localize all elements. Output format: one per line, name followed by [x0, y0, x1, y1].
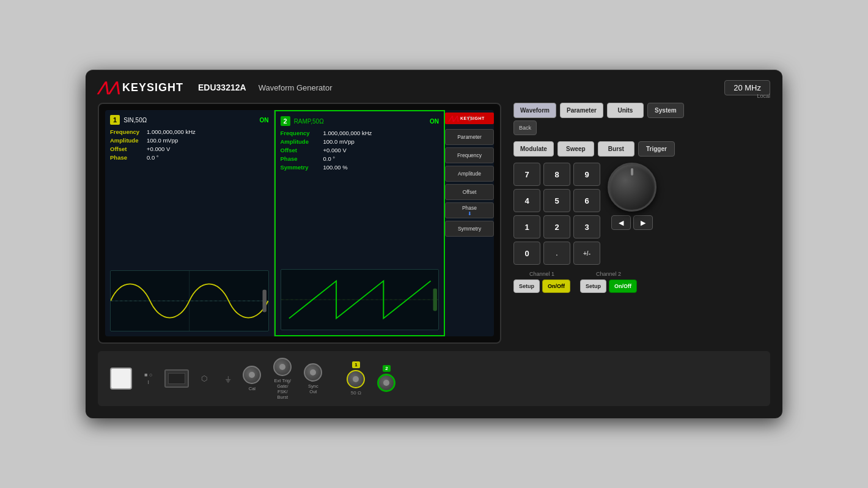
channel-1-panel: 1 SIN,50Ω ON Frequency 1.000,000,000 kHz… [105, 110, 274, 336]
ext-trig-connector-group: Ext Trig/Gate/FSK/Burst [273, 358, 292, 400]
ch2-onoff-btn[interactable]: On/Off [609, 279, 637, 293]
keypad-area: 7 8 9 4 5 6 1 2 3 0 . +/- [513, 163, 770, 265]
modulate-btn[interactable]: Modulate [513, 141, 554, 157]
key-6[interactable]: 6 [573, 189, 600, 212]
ch2-param-frequency: Frequency 1.000,000,000 kHz [281, 130, 440, 136]
ch2-control-group: Channel 2 Setup On/Off [580, 271, 637, 293]
knob-area: ◀ ▶ [608, 163, 657, 265]
nav-arrows: ◀ ▶ [611, 215, 653, 230]
ch2-setup-btn[interactable]: Setup [580, 279, 606, 293]
cal-bnc [243, 366, 261, 384]
ch1-ohm-label: 50 Ω [351, 390, 361, 396]
logo-icon: ⋀⋀ [98, 79, 120, 95]
menu-btn-amplitude[interactable]: Amplitude [445, 166, 494, 182]
io-indicator: ■ ○ I [144, 372, 152, 385]
model-desc: Waveform Generator [259, 83, 333, 92]
ch1-control-label: Channel 1 [529, 271, 554, 277]
instrument-body: ⋀⋀ KEYSIGHT EDU33212A Waveform Generator… [86, 70, 782, 418]
top-buttons-row: Waveform Parameter Units System [513, 103, 770, 118]
phase-arrow-icon: ⬇ [468, 211, 472, 216]
ch1-header: 1 SIN,50Ω ON [110, 115, 269, 125]
ch1-type: SIN,50Ω [123, 117, 259, 124]
system-btn[interactable]: System [647, 103, 684, 118]
ch1-param-phase: Phase 0.0 ° [110, 154, 269, 161]
ch1-control-group: Channel 1 Setup On/Off [513, 271, 570, 293]
ch2-header: 2 RAMP,50Ω ON [281, 116, 440, 126]
channel-2-panel: 2 RAMP,50Ω ON Frequency 1.000,000,000 kH… [274, 110, 446, 336]
bottom-panel: ■ ○ I ⬡ ⏚ Cal Ext Trig/Gate/FSK/Burst [98, 351, 770, 406]
ch1-output-bnc [347, 370, 365, 388]
key-1[interactable]: 1 [513, 215, 540, 238]
ch1-status: ON [260, 117, 269, 124]
parameter-btn[interactable]: Parameter [560, 103, 603, 118]
key-4[interactable]: 4 [513, 189, 540, 212]
ch2-output-bnc [377, 374, 395, 392]
menu-btn-phase[interactable]: Phase ⬇ [445, 202, 494, 218]
menu-btn-offset[interactable]: Offset [445, 184, 494, 200]
rotary-knob[interactable] [608, 163, 657, 212]
ch1-output-badge: 1 [352, 361, 359, 368]
units-btn[interactable]: Units [607, 103, 644, 118]
ch1-param-offset: Offset +0.000 V [110, 146, 269, 152]
nav-left-arrow[interactable]: ◀ [611, 215, 631, 230]
burst-btn[interactable]: Burst [598, 141, 634, 157]
ch2-waveform [281, 269, 440, 330]
ch1-param-amplitude: Amplitude 100.0 mVpp [110, 137, 269, 144]
ch2-number-badge: 2 [281, 116, 290, 126]
second-row: Modulate Sweep Burst Trigger [513, 141, 770, 157]
side-menu: ⬡ ⋀⋀ KEYSIGHT Parameter Frequency Amplit… [445, 110, 494, 336]
key-0[interactable]: 0 [513, 242, 540, 265]
ground-symbol: ⏚ [226, 374, 230, 383]
ch2-param-amplitude: Amplitude 100.0 mVpp [281, 138, 440, 145]
key-9[interactable]: 9 [573, 163, 600, 186]
trigger-btn[interactable]: Trigger [638, 141, 675, 157]
ch1-param-frequency: Frequency 1.000,000,000 kHz [110, 128, 269, 135]
key-7[interactable]: 7 [513, 163, 540, 186]
cal-label: Cal [249, 386, 256, 391]
screen-area: 1 SIN,50Ω ON Frequency 1.000,000,000 kHz… [98, 103, 501, 344]
ch2-output-group: 2 [377, 365, 395, 392]
ch1-onoff-btn[interactable]: On/Off [542, 279, 570, 293]
power-button[interactable] [110, 368, 132, 390]
keysight-logo: ⋀⋀ KEYSIGHT [98, 79, 183, 95]
sync-out-bnc [304, 363, 322, 382]
ch1-waveform [110, 270, 269, 331]
ch2-param-symmetry: Symmetry 100.00 % [281, 164, 440, 171]
logo-text: KEYSIGHT [122, 81, 183, 94]
svg-rect-6 [433, 289, 436, 311]
ch2-output-badge: 2 [383, 365, 390, 372]
back-button[interactable]: Back [513, 120, 537, 135]
svg-rect-3 [262, 290, 266, 312]
usb-port [164, 369, 189, 388]
ch1-ctrl-row: Setup On/Off [513, 279, 570, 293]
key-plusminus[interactable]: +/- [573, 242, 600, 265]
key-8[interactable]: 8 [543, 163, 570, 186]
ch2-param-phase: Phase 0.0 ° [281, 155, 440, 162]
model-text: EDU33212A [198, 83, 246, 92]
nav-right-arrow[interactable]: ▶ [633, 215, 653, 230]
keypad-grid: 7 8 9 4 5 6 1 2 3 0 . +/- [513, 163, 600, 265]
right-panel: Local Waveform Parameter Units System Ba… [509, 103, 770, 344]
menu-btn-frequency[interactable]: Frequency [445, 147, 494, 163]
ch2-param-offset: Offset +0.000 V [281, 147, 440, 153]
knob-marker [631, 168, 633, 176]
main-content: 1 SIN,50Ω ON Frequency 1.000,000,000 kHz… [98, 103, 770, 344]
top-buttons-wrapper: Local Waveform Parameter Units System [513, 103, 770, 118]
ch1-setup-btn[interactable]: Setup [513, 279, 540, 293]
ground-area: ⏚ [226, 374, 230, 383]
screen-display: 1 SIN,50Ω ON Frequency 1.000,000,000 kHz… [105, 110, 494, 336]
key-2[interactable]: 2 [543, 215, 570, 238]
menu-btn-symmetry[interactable]: Symmetry [445, 221, 494, 237]
waveform-btn[interactable]: Waveform [513, 103, 556, 118]
ch2-type: RAMP,50Ω [294, 118, 430, 125]
key-decimal[interactable]: . [543, 242, 570, 265]
sweep-btn[interactable]: Sweep [557, 141, 594, 157]
ch2-params: Frequency 1.000,000,000 kHz Amplitude 10… [281, 130, 440, 171]
menu-btn-parameter[interactable]: Parameter [445, 129, 494, 145]
top-header: ⋀⋀ KEYSIGHT EDU33212A Waveform Generator… [98, 79, 770, 95]
local-label: Local [757, 93, 770, 99]
ch1-params: Frequency 1.000,000,000 kHz Amplitude 10… [110, 128, 269, 161]
ext-trig-bnc [273, 358, 292, 376]
key-3[interactable]: 3 [573, 215, 600, 238]
key-5[interactable]: 5 [543, 189, 570, 212]
